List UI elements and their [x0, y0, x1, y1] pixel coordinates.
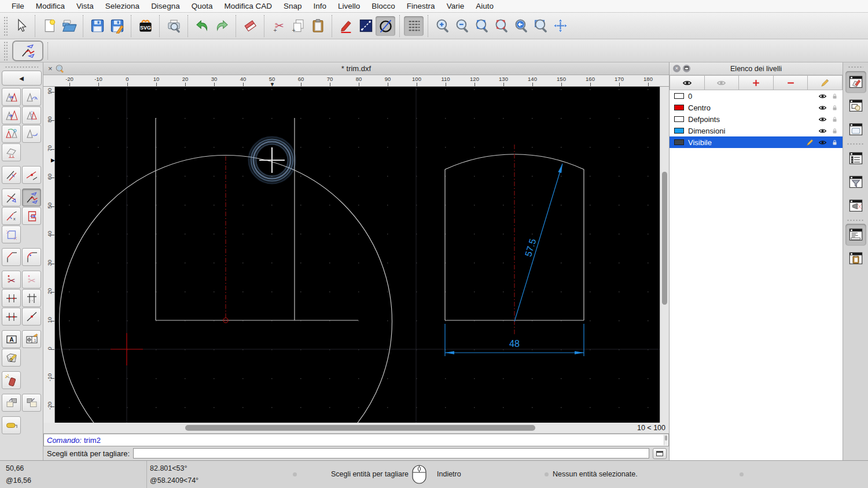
- zoom-auto-icon[interactable]: [472, 16, 491, 36]
- tool-break-out-icon[interactable]: [2, 225, 21, 243]
- layer-color-swatch[interactable]: [674, 116, 684, 122]
- new-document-icon[interactable]: [39, 16, 59, 36]
- zoom-out-icon[interactable]: [452, 16, 472, 36]
- drawing-canvas[interactable]: 57.5 48: [55, 87, 660, 423]
- tool-offset-icon[interactable]: [2, 166, 21, 184]
- layer-row-0[interactable]: 0: [670, 90, 843, 102]
- selection-arrow-icon[interactable]: [11, 16, 31, 36]
- tool-explode-icon[interactable]: [2, 371, 21, 389]
- tool-edit-hatch-icon[interactable]: [2, 349, 21, 367]
- layer-color-swatch[interactable]: [674, 139, 684, 145]
- zoom-previous-icon[interactable]: [491, 16, 511, 36]
- menu-item-modifica[interactable]: Modifica: [30, 0, 71, 13]
- tool-mirror-icon[interactable]: [22, 106, 41, 124]
- dock-selection-list-icon[interactable]: [845, 147, 866, 169]
- layer-lock-icon[interactable]: [831, 139, 838, 146]
- layer-row-dimensioni[interactable]: Dimensioni: [670, 125, 843, 136]
- menu-item-info[interactable]: Info: [308, 0, 333, 13]
- undo-icon[interactable]: [192, 16, 212, 36]
- tool-stretch-icon[interactable]: [22, 207, 41, 225]
- measure-icon[interactable]: [356, 16, 376, 36]
- layer-row-visibile[interactable]: Visibile: [670, 136, 843, 148]
- dock-property-editor-icon[interactable]: [845, 119, 866, 141]
- tool-project-icon[interactable]: [2, 143, 21, 161]
- layer-row-centro[interactable]: Centro: [670, 102, 843, 113]
- layer-visibility-eye-icon[interactable]: [818, 103, 827, 112]
- menu-item-seleziona[interactable]: Seleziona: [100, 0, 145, 13]
- zoom-in-icon[interactable]: [432, 16, 452, 36]
- tool-trim-icon[interactable]: [2, 188, 21, 206]
- layer-visibility-eye-icon[interactable]: [818, 115, 827, 124]
- tool-shrink-icon[interactable]: x: [2, 207, 21, 225]
- menu-item-quota[interactable]: Quota: [186, 0, 219, 13]
- toolbar-handle[interactable]: [3, 41, 9, 61]
- menu-item-varie[interactable]: Varie: [441, 0, 470, 13]
- tool-order-back-icon[interactable]: [22, 394, 41, 412]
- vertical-scrollbar[interactable]: [660, 87, 669, 423]
- tool-divide-icon[interactable]: ✂: [2, 271, 21, 289]
- grid-toggle-icon[interactable]: [404, 16, 424, 36]
- active-tool-trim-two-icon[interactable]: [12, 40, 43, 61]
- layer-color-swatch[interactable]: [674, 105, 684, 110]
- layer-color-swatch[interactable]: [674, 93, 684, 99]
- layer-row-defpoints[interactable]: Defpoints: [670, 113, 843, 125]
- tool-break-manual-icon[interactable]: [2, 308, 21, 326]
- dock-filter-icon[interactable]: [845, 171, 866, 193]
- layer-color-swatch[interactable]: [674, 128, 684, 134]
- layer-lock-icon[interactable]: [831, 104, 838, 112]
- zoom-pan-icon[interactable]: [550, 16, 570, 36]
- print-preview-icon[interactable]: [164, 16, 183, 36]
- redo-icon[interactable]: [212, 16, 231, 36]
- palette-back-button[interactable]: ◀: [2, 71, 42, 86]
- layer-visibility-eye-icon[interactable]: [818, 138, 827, 147]
- zoom-window-icon[interactable]: [531, 16, 550, 36]
- command-history-scrollbar[interactable]: [664, 435, 668, 445]
- svg-export-icon[interactable]: SVG: [135, 16, 155, 36]
- tool-break-gap-icon[interactable]: [2, 289, 21, 307]
- menu-item-disegna[interactable]: Disegna: [145, 0, 186, 13]
- tool-fill-icon[interactable]: [2, 416, 21, 434]
- dock-block-list-icon[interactable]: [845, 95, 866, 117]
- layer-edit-pencil-icon[interactable]: [806, 138, 814, 147]
- dock-command-line-icon[interactable]: [845, 224, 866, 246]
- horizontal-scrollbar-thumb[interactable]: [185, 425, 535, 431]
- tool-rotate-icon[interactable]: [22, 88, 41, 106]
- open-document-icon[interactable]: [59, 16, 79, 36]
- tool-move-icon[interactable]: [2, 88, 21, 106]
- zoom-back-icon[interactable]: [511, 16, 531, 36]
- dock-view-icon[interactable]: [845, 195, 866, 217]
- menu-item-livello[interactable]: Livello: [332, 0, 366, 13]
- tool-scale-icon[interactable]: [2, 106, 21, 124]
- dock-handle[interactable]: [848, 64, 863, 69]
- dock-clipboard-icon[interactable]: [845, 247, 866, 269]
- copy-icon[interactable]: +: [288, 16, 308, 36]
- layer-visibility-eye-icon[interactable]: [818, 127, 827, 135]
- command-input[interactable]: [133, 448, 649, 459]
- dock-layer-list-icon[interactable]: [845, 71, 866, 93]
- layer-lock-icon[interactable]: [831, 116, 838, 123]
- add-layer-icon[interactable]: [739, 75, 774, 90]
- menu-item-snap[interactable]: Snap: [278, 0, 308, 13]
- menu-item-vista[interactable]: Vista: [71, 0, 100, 13]
- tool-order-front-icon[interactable]: [2, 394, 21, 412]
- save-icon[interactable]: [87, 16, 107, 36]
- tool-edit-text-icon[interactable]: A: [2, 330, 21, 348]
- cut-icon[interactable]: ✂+: [269, 16, 288, 36]
- tool-edit-dimension-icon[interactable]: .1: [22, 330, 41, 348]
- menu-item-aiuto[interactable]: Aiuto: [470, 0, 499, 13]
- save-as-icon[interactable]: [107, 16, 127, 36]
- tool-break-segment-icon[interactable]: [22, 289, 41, 307]
- tool-lengthen-icon[interactable]: [22, 166, 41, 184]
- command-expand-icon[interactable]: [653, 448, 667, 459]
- layer-visibility-eye-icon[interactable]: [818, 92, 827, 101]
- palette-handle[interactable]: [5, 64, 38, 69]
- edit-pencil-icon[interactable]: [336, 16, 356, 36]
- edit-layer-icon[interactable]: [808, 75, 843, 90]
- hide-all-layers-icon[interactable]: [705, 75, 740, 90]
- tool-trim-two-icon[interactable]: [22, 188, 41, 206]
- menu-item-file[interactable]: File: [6, 0, 30, 13]
- toolbar-handle[interactable]: [3, 16, 9, 36]
- horizontal-scrollbar[interactable]: 10 < 100: [43, 423, 669, 434]
- tool-rotate-two-icon[interactable]: [22, 125, 41, 143]
- delete-icon[interactable]: [240, 16, 260, 36]
